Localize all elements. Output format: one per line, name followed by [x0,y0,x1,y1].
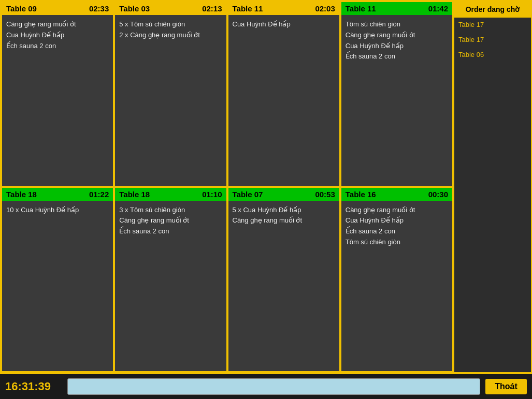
table-card-table-18a[interactable]: Table 1801:2210 x Cua Huỳnh Đế hấp [1,187,114,373]
table-card-table-09[interactable]: Table 0902:33Càng ghẹ rang muối ớtCua Hu… [1,1,114,187]
table-item: Càng ghẹ rang muối ớt [346,205,448,216]
table-item: Tôm sú chiên giòn [346,19,448,30]
table-item: 3 x Tôm sú chiên giòn [119,205,222,216]
table-card-table-07[interactable]: Table 0700:535 x Cua Huỳnh Đế hấpCàng gh… [227,187,340,373]
table-body-table-03: 5 x Tôm sú chiên giòn2 x Càng ghẹ rang m… [115,15,226,186]
table-item: 10 x Cua Huỳnh Đế hấp [6,205,109,216]
table-body-table-07: 5 x Cua Huỳnh Đế hấpCàng ghẹ rang muối ớ… [228,201,339,372]
table-item: Cua Huỳnh Đế hấp [6,30,109,41]
sidebar-item[interactable]: Table 17 [454,33,531,48]
table-body-table-11b: Tôm sú chiên giònCàng ghẹ rang muối ớtCu… [341,15,452,186]
clock: 16:31:39 [5,380,62,393]
exit-button[interactable]: Thoát [485,379,527,394]
sidebar-item[interactable]: Table 06 [454,48,531,63]
table-item: Càng ghẹ rang muối ớt [119,215,222,226]
sidebar-items: Table 17Table 17Table 06 [454,18,531,62]
table-time: 02:13 [202,4,222,13]
tables-grid: Table 0902:33Càng ghẹ rang muối ớtCua Hu… [0,0,454,373]
bottom-bar: 16:31:39 Thoát [0,373,532,399]
table-name: Table 16 [346,190,376,199]
table-name: Table 18 [119,190,150,199]
table-card-table-11a[interactable]: Table 1102:03Cua Huỳnh Đế hấp [227,1,340,187]
table-name: Table 07 [233,190,263,199]
table-item: Càng ghẹ rang muối ớt [346,30,448,41]
table-name: Table 03 [119,4,150,13]
table-time: 00:30 [428,190,448,199]
table-body-table-18a: 10 x Cua Huỳnh Đế hấp [2,201,113,372]
table-time: 01:22 [89,190,109,199]
table-header-table-18a: Table 1801:22 [2,188,113,201]
table-body-table-11a: Cua Huỳnh Đế hấp [228,15,339,186]
table-name: Table 11 [346,4,376,13]
table-header-table-16: Table 1600:30 [341,188,452,201]
table-header-table-07: Table 0700:53 [228,188,339,201]
content-area: Table 0902:33Càng ghẹ rang muối ớtCua Hu… [0,0,532,373]
table-name: Table 18 [6,190,37,199]
table-body-table-09: Càng ghẹ rang muối ớtCua Huỳnh Đế hấpẾch… [2,15,113,186]
table-name: Table 11 [233,4,263,13]
table-body-table-16: Càng ghẹ rang muối ớtCua Huỳnh Đế hấpẾch… [341,201,452,372]
table-header-table-09: Table 0902:33 [2,2,113,15]
sidebar-header: Order đang chờ [454,1,531,18]
table-item: Càng ghẹ rang muối ớt [6,19,109,30]
table-item: Tôm sú chiên giòn [346,237,448,248]
table-item: Ếch sauna 2 con [346,226,448,237]
sidebar-item[interactable]: Table 17 [454,18,531,33]
table-card-table-16[interactable]: Table 1600:30Càng ghẹ rang muối ớtCua Hu… [340,187,453,373]
table-item: Ếch sauna 2 con [346,51,448,62]
table-time: 00:53 [315,190,335,199]
table-header-table-11a: Table 1102:03 [228,2,339,15]
table-item: Cua Huỳnh Đế hấp [346,41,448,52]
table-time: 02:03 [315,4,335,13]
table-item: Ếch sauna 2 con [119,226,222,237]
table-item: Càng ghẹ rang muối ớt [233,215,335,226]
table-header-table-03: Table 0302:13 [115,2,226,15]
table-item: 2 x Càng ghẹ rang muối ớt [119,30,222,41]
table-card-table-18b[interactable]: Table 1801:103 x Tôm sú chiên giònCàng g… [114,187,227,373]
table-body-table-18b: 3 x Tôm sú chiên giònCàng ghẹ rang muối … [115,201,226,372]
table-item: Ếch sauna 2 con [6,41,109,52]
table-time: 01:10 [202,190,222,199]
table-item: Cua Huỳnh Đế hấp [233,19,335,30]
table-card-table-03[interactable]: Table 0302:135 x Tôm sú chiên giòn2 x Cà… [114,1,227,187]
sidebar: Order đang chờ Table 17Table 17Table 06 [454,0,532,373]
table-item: Cua Huỳnh Đế hấp [346,215,448,226]
table-header-table-18b: Table 1801:10 [115,188,226,201]
table-name: Table 09 [6,4,37,13]
bottom-input[interactable] [67,378,480,395]
table-item: 5 x Cua Huỳnh Đế hấp [233,205,335,216]
table-time: 02:33 [89,4,109,13]
table-header-table-11b: Table 1101:42 [341,2,452,15]
main-container: Table 0902:33Càng ghẹ rang muối ớtCua Hu… [0,0,532,399]
table-item: 5 x Tôm sú chiên giòn [119,19,222,30]
table-time: 01:42 [428,4,448,13]
table-card-table-11b[interactable]: Table 1101:42Tôm sú chiên giònCàng ghẹ r… [340,1,453,187]
